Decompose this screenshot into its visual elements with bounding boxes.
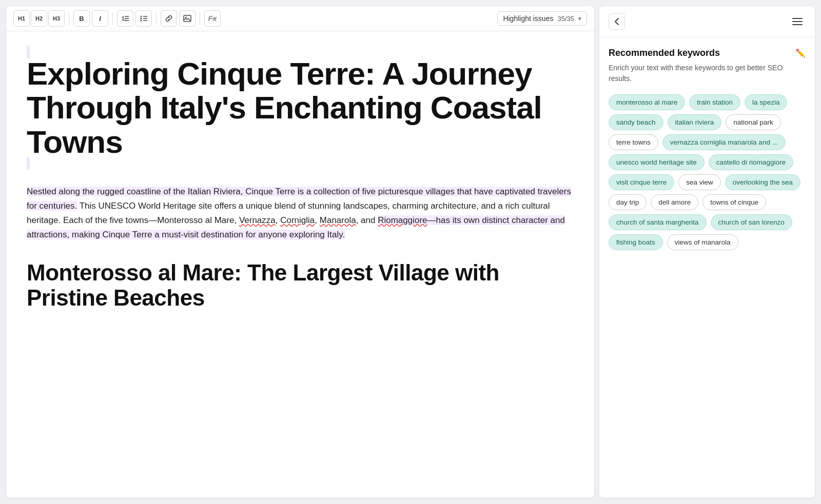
ordered-list-icon: 1. — [121, 14, 129, 23]
image-icon — [183, 14, 191, 23]
keyword-tag[interactable]: church of santa margherita — [609, 214, 707, 230]
keyword-tag[interactable]: day trip — [609, 194, 647, 210]
image-button[interactable] — [179, 10, 196, 27]
editor-panel: H1 H2 H3 B I 1. — [6, 6, 594, 498]
keywords-section: Recommended keywords ✏️ Enrich your text… — [599, 37, 815, 498]
article-title: Exploring Cinque Terre: A Journey Throug… — [27, 57, 574, 159]
menu-line-2 — [792, 21, 803, 22]
editor-content[interactable]: Exploring Cinque Terre: A Journey Throug… — [6, 31, 594, 498]
panel-header — [599, 6, 815, 37]
heading-buttons: H1 H2 H3 — [13, 10, 65, 27]
keyword-tag[interactable]: visit cinque terre — [609, 174, 674, 190]
edit-icon[interactable]: ✏️ — [795, 48, 806, 58]
link-icon — [165, 14, 173, 23]
menu-line-3 — [792, 24, 803, 25]
keyword-tag[interactable]: overlooking the sea — [725, 174, 800, 190]
highlight-dropdown[interactable]: Highlight issues 35/35 ▾ — [497, 11, 587, 26]
title-section: Exploring Cinque Terre: A Journey Throug… — [27, 48, 574, 168]
divider-4 — [200, 12, 200, 25]
bold-button[interactable]: B — [73, 10, 90, 27]
keyword-tag[interactable]: castello di riomaggiore — [709, 154, 793, 170]
underline-corniglia: Corniglia — [280, 215, 315, 225]
divider-1 — [69, 12, 69, 25]
divider-3 — [156, 12, 157, 25]
keyword-tag[interactable]: church of san lorenzo — [711, 214, 792, 230]
unordered-list-button[interactable] — [135, 10, 152, 27]
format-clear-button[interactable]: Fx — [204, 10, 221, 27]
keywords-grid: monterosso al maretrain stationla spezia… — [609, 94, 806, 250]
h2-button[interactable]: H2 — [31, 10, 47, 27]
keyword-tag[interactable]: terre towns — [609, 134, 658, 150]
divider-2 — [112, 12, 113, 25]
keyword-tag[interactable]: vernazza corniglia manarola and ... — [662, 134, 786, 150]
menu-line-1 — [792, 18, 803, 19]
chevron-left-icon — [614, 17, 619, 26]
keywords-description: Enrich your text with these keywords to … — [609, 63, 806, 84]
ordered-list-button[interactable]: 1. — [117, 10, 133, 27]
keyword-tag[interactable]: towns of cinque — [702, 194, 766, 210]
keyword-tag[interactable]: fishing boats — [609, 234, 663, 250]
svg-point-6 — [141, 20, 142, 22]
keyword-tag[interactable]: views of manarola — [667, 234, 738, 250]
article-body: Nestled along the rugged coastline of th… — [27, 185, 574, 242]
keyword-tag[interactable]: dell amore — [651, 194, 698, 210]
highlight-count: 35/35 — [557, 15, 574, 23]
keywords-title-row: Recommended keywords ✏️ — [609, 48, 806, 58]
unordered-list-icon — [140, 14, 148, 23]
highlight-intro: Nestled along the rugged coastline of th… — [27, 187, 571, 211]
h1-button[interactable]: H1 — [13, 10, 30, 27]
highlight-label: Highlight issues — [503, 14, 553, 23]
section-title: Monterosso al Mare: The Largest Village … — [27, 260, 574, 310]
link-button[interactable] — [161, 10, 177, 27]
back-button[interactable] — [609, 13, 625, 30]
keyword-tag[interactable]: national park — [726, 114, 780, 130]
toolbar: H1 H2 H3 B I 1. — [6, 6, 594, 31]
keyword-tag[interactable]: sea view — [678, 174, 721, 190]
keyword-tag[interactable]: sandy beach — [609, 114, 663, 130]
underline-manarola: Manarola — [320, 215, 356, 225]
keyword-tag[interactable]: unesco world heritage site — [609, 154, 705, 170]
menu-button[interactable] — [789, 13, 806, 30]
keyword-tag[interactable]: train station — [689, 94, 740, 110]
keyword-tag[interactable]: italian riviera — [668, 114, 722, 130]
underline-vernazza: Vernazza — [239, 215, 276, 225]
h3-button[interactable]: H3 — [48, 10, 65, 27]
svg-point-5 — [141, 18, 142, 19]
keywords-heading: Recommended keywords — [609, 48, 720, 58]
keyword-tag[interactable]: la spezia — [745, 94, 787, 110]
keyword-tag[interactable]: monterosso al mare — [609, 94, 685, 110]
svg-point-4 — [141, 16, 142, 17]
svg-point-11 — [185, 16, 186, 17]
italic-button[interactable]: I — [92, 10, 108, 27]
right-panel: Recommended keywords ✏️ Enrich your text… — [599, 6, 815, 498]
chevron-down-icon: ▾ — [578, 15, 581, 22]
